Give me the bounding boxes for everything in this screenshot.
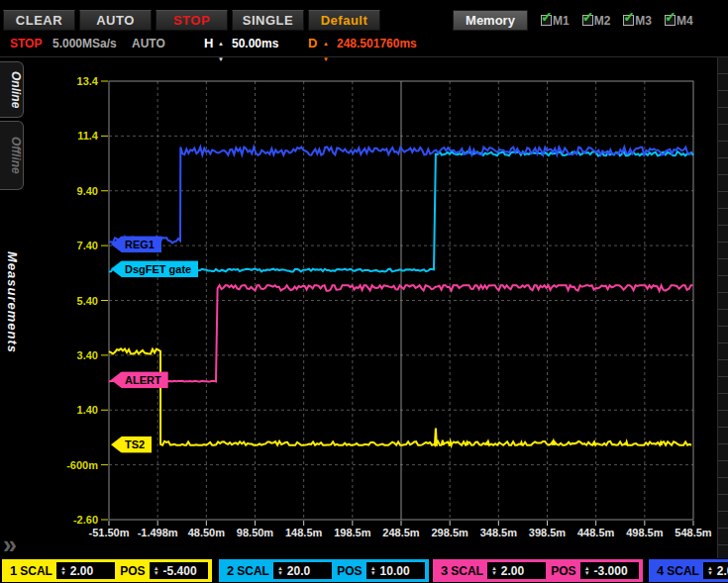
y-axis-label: -2.60 (73, 514, 98, 526)
channel-2-position-field[interactable]: ▲▼10.00 (366, 562, 425, 579)
scale-label: SCAL (667, 564, 699, 578)
position-label: POS (120, 564, 145, 578)
x-axis-label: 348.5m (480, 527, 517, 538)
y-axis-label: -600m (66, 459, 98, 471)
x-axis-label: 98.50m (237, 527, 273, 538)
y-axis-label: 1.40 (77, 404, 98, 416)
oscilloscope-app: CLEAR AUTO STOP SINGLE Default Memory ✓ … (0, 0, 728, 583)
spinner-arrows-icon[interactable]: ▲▼ (707, 566, 713, 576)
position-label: POS (551, 564, 575, 578)
channel-tag-dsgfet-gate[interactable]: DsgFET gate (111, 260, 198, 277)
channel-tag-alert[interactable]: ALERT (111, 371, 168, 388)
x-axis-label: 548.5m (675, 527, 711, 538)
x-axis-label: 448.5m (577, 527, 614, 538)
channel-number: 3 (441, 563, 448, 578)
x-axis-label: -51.50m (89, 527, 130, 538)
channel-4-scale-field[interactable]: ▲▼2.0 (703, 562, 728, 579)
channel-3-controls: 3 SCAL ▲▼2.00 POS ▲▼-3.000 (433, 559, 643, 582)
y-axis-label: 3.40 (77, 349, 98, 361)
channel-number: 2 (227, 563, 234, 578)
x-axis-label: 198.5m (334, 527, 370, 538)
x-axis-label: -1.498m (138, 527, 178, 538)
spinner-arrows-icon[interactable]: ▲▼ (491, 566, 497, 576)
spinner-arrows-icon[interactable]: ▲▼ (154, 566, 159, 576)
channel-2-controls: 2 SCAL ▲▼20.0 POS ▲▼10.00 (219, 559, 429, 582)
spinner-arrows-icon[interactable]: ▲▼ (584, 566, 590, 576)
spinner-arrows-icon[interactable]: ▲▼ (60, 566, 66, 576)
scale-label: SCAL (20, 564, 52, 578)
spinner-arrows-icon[interactable]: ▲▼ (277, 566, 283, 576)
channel-3-position-field[interactable]: ▲▼-3.000 (580, 562, 639, 579)
x-axis-label: 148.5m (285, 527, 322, 538)
y-axis-label: 11.4 (77, 130, 98, 142)
y-axis-label: 9.40 (77, 185, 98, 197)
channel-1-controls: 1 SCAL ▲▼2.00 POS ▲▼-5.400 (2, 559, 212, 582)
channel-3-scale-field[interactable]: ▲▼2.00 (487, 562, 546, 579)
y-axis-label: 7.40 (77, 240, 98, 251)
channel-2-scale-field[interactable]: ▲▼20.0 (273, 562, 332, 579)
channel-number: 4 (657, 563, 664, 578)
x-axis-label: 248.5m (382, 527, 419, 538)
x-axis-label: 298.5m (432, 527, 468, 538)
x-axis-label: 498.5m (626, 527, 663, 538)
scale-label: SCAL (237, 564, 269, 578)
y-axis-label: 5.40 (77, 295, 98, 307)
waveform-display[interactable] (0, 0, 728, 583)
x-axis-label: 48.50m (188, 527, 225, 538)
channel-4-controls: 4 SCAL ▲▼2.0 ▲▼ (649, 559, 728, 582)
channel-number: 1 (10, 563, 17, 578)
channel-1-scale-field[interactable]: ▲▼2.00 (56, 562, 115, 579)
y-axis-label: 13.4 (77, 75, 98, 87)
spinner-arrows-icon[interactable]: ▲▼ (370, 566, 376, 576)
scale-label: SCAL (451, 564, 483, 578)
position-label: POS (337, 564, 362, 578)
x-axis-label: 398.5m (529, 527, 566, 538)
channel-bar: 1 SCAL ▲▼2.00 POS ▲▼-5.400 2 SCAL ▲▼20.0… (0, 559, 728, 583)
channel-1-position-field[interactable]: ▲▼-5.400 (150, 562, 208, 579)
